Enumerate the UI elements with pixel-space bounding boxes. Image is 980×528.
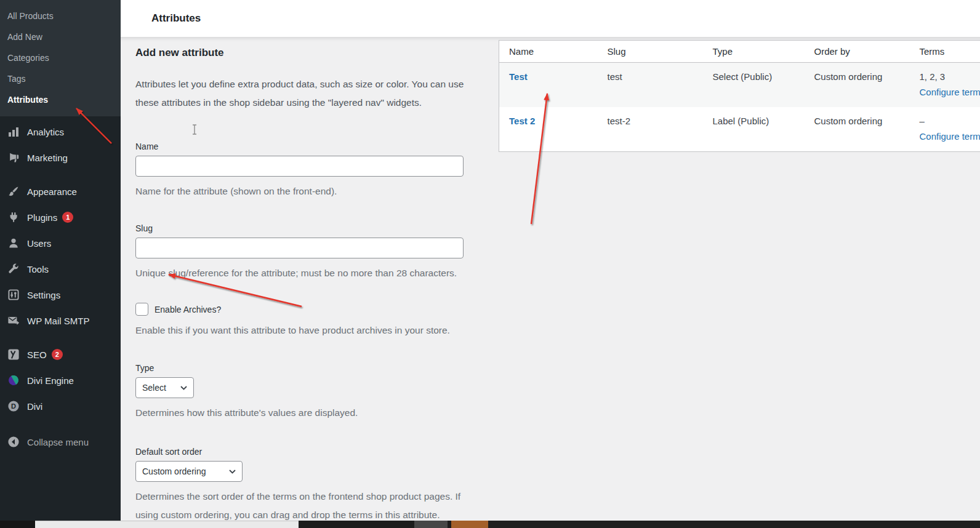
sort-select-value: Custom ordering: [142, 466, 206, 476]
page-title: Attributes: [151, 12, 201, 25]
sliver-segment: [0, 521, 35, 528]
name-help-text: Name for the attribute (shown on the fro…: [135, 182, 476, 201]
sidebar-item-divi[interactable]: D Divi: [0, 393, 121, 419]
sidebar-item-label: Divi: [27, 401, 42, 412]
type-field-group: Type Select Determines how this attribut…: [135, 363, 476, 422]
attribute-name-link[interactable]: Test 2: [509, 116, 535, 126]
col-header-type: Type: [713, 41, 814, 63]
page-header: Attributes: [121, 0, 980, 38]
sidebar-item-tags[interactable]: Tags: [0, 68, 121, 89]
type-help-text: Determines how this attribute's values a…: [135, 404, 476, 422]
sort-field-group: Default sort order Custom ordering Deter…: [135, 447, 476, 521]
paintbrush-icon: [7, 185, 20, 198]
sidebar-item-label: Tools: [27, 264, 49, 274]
attribute-slug-cell: test: [608, 63, 713, 107]
collapse-menu-label: Collapse menu: [27, 437, 89, 447]
sidebar-item-tools[interactable]: Tools: [0, 256, 121, 282]
attribute-slug-input[interactable]: [135, 238, 464, 258]
sidebar-item-label: Analytics: [27, 127, 64, 137]
sidebar-item-label: SEO: [27, 350, 47, 360]
seo-count-badge: 2: [52, 349, 63, 360]
col-header-terms: Terms: [920, 41, 980, 63]
user-icon: [7, 237, 20, 249]
svg-text:D: D: [11, 402, 16, 410]
sidebar-item-label: Users: [27, 238, 51, 249]
sidebar-item-attributes[interactable]: Attributes: [0, 89, 121, 110]
sliver-segment: [488, 521, 980, 528]
sidebar-item-settings[interactable]: Settings: [0, 282, 121, 308]
type-label: Type: [135, 363, 476, 373]
default-sort-order-select[interactable]: Custom ordering: [135, 461, 243, 482]
sidebar-item-analytics[interactable]: Analytics: [0, 119, 121, 145]
sliver-segment: [451, 521, 488, 528]
sidebar-item-marketing[interactable]: Marketing: [0, 145, 121, 170]
yoast-icon: [7, 348, 20, 361]
name-label: Name: [135, 142, 476, 151]
attribute-terms-cell: –: [920, 116, 980, 126]
attribute-type-cell: Select (Public): [713, 63, 814, 107]
enable-archives-group: Enable Archives?: [135, 303, 476, 316]
sidebar-item-label: Marketing: [27, 153, 68, 163]
plug-icon: [7, 211, 20, 223]
attribute-slug-cell: test-2: [608, 107, 713, 152]
background-window-sliver: [0, 521, 980, 528]
collapse-menu-button[interactable]: Collapse menu: [0, 429, 121, 455]
sliver-segment: [414, 521, 448, 528]
sidebar-item-plugins[interactable]: Plugins 1: [0, 204, 121, 230]
attribute-type-cell: Label (Public): [713, 107, 814, 152]
form-heading: Add new attribute: [135, 47, 476, 59]
configure-terms-link[interactable]: Configure terms: [920, 87, 980, 97]
add-attribute-form: Add new attribute Attributes let you def…: [135, 38, 476, 521]
attribute-name-input[interactable]: [135, 156, 464, 177]
chevron-down-icon: [229, 470, 236, 474]
sidebar-item-label: Appearance: [27, 186, 77, 197]
slug-field-group: Slug Unique slug/reference for the attri…: [135, 223, 476, 282]
col-header-name: Name: [499, 41, 608, 63]
admin-menu: Analytics Marketing Appearance Plugins: [0, 116, 121, 455]
wrench-icon: [7, 263, 20, 275]
sidebar-item-label: WP Mail SMTP: [27, 316, 89, 326]
enable-archives-label: Enable Archives?: [155, 305, 221, 314]
archives-help-text: Enable this if you want this attribute t…: [135, 321, 476, 340]
slug-label: Slug: [135, 223, 476, 233]
col-header-slug: Slug: [608, 41, 713, 63]
collapse-arrow-icon: [7, 436, 20, 448]
sidebar-item-divi-engine[interactable]: Divi Engine: [0, 367, 121, 393]
plugins-count-badge: 1: [62, 212, 73, 223]
attributes-table: Name Slug Type Order by Terms Test test …: [499, 40, 980, 152]
sidebar-item-label: Settings: [27, 290, 60, 300]
sort-label: Default sort order: [135, 447, 476, 457]
enable-archives-checkbox[interactable]: [135, 303, 148, 316]
products-submenu: All Products Add New Categories Tags Att…: [0, 0, 121, 116]
sidebar-item-appearance[interactable]: Appearance: [0, 178, 121, 204]
sidebar-item-categories[interactable]: Categories: [0, 47, 121, 68]
name-field-group: Name Name for the attribute (shown on th…: [135, 142, 476, 201]
attribute-name-link[interactable]: Test: [509, 71, 528, 82]
table-row: Test test Select (Public) Custom orderin…: [499, 63, 980, 107]
type-select-value: Select: [142, 383, 166, 393]
type-select[interactable]: Select: [135, 377, 194, 398]
analytics-icon: [7, 126, 20, 138]
sidebar-item-all-products[interactable]: All Products: [0, 6, 121, 26]
sliver-segment: [299, 521, 414, 528]
sort-help-text: Determines the sort order of the terms o…: [135, 487, 476, 521]
sidebar-item-wp-mail-smtp[interactable]: WP Mail SMTP: [0, 308, 121, 334]
attribute-orderby-cell: Custom ordering: [814, 63, 920, 107]
content-area: Add new attribute Attributes let you def…: [121, 38, 980, 521]
sidebar-item-label: Plugins: [27, 212, 57, 223]
col-header-order-by: Order by: [814, 41, 920, 63]
sliver-segment: [35, 521, 299, 528]
form-intro-text: Attributes let you define extra product …: [135, 75, 476, 112]
configure-terms-link[interactable]: Configure terms: [920, 131, 980, 142]
attribute-orderby-cell: Custom ordering: [814, 107, 920, 152]
table-header-row: Name Slug Type Order by Terms: [499, 41, 980, 63]
megaphone-icon: [7, 151, 20, 164]
text-cursor-pointer: [191, 124, 198, 137]
sidebar-item-seo[interactable]: SEO 2: [0, 342, 121, 367]
sidebar-item-add-new[interactable]: Add New: [0, 26, 121, 47]
attribute-terms-cell: 1, 2, 3: [920, 71, 980, 82]
table-row: Test 2 test-2 Label (Public) Custom orde…: [499, 107, 980, 152]
divi-engine-icon: [7, 374, 20, 386]
chevron-down-icon: [180, 386, 187, 390]
sidebar-item-users[interactable]: Users: [0, 230, 121, 256]
